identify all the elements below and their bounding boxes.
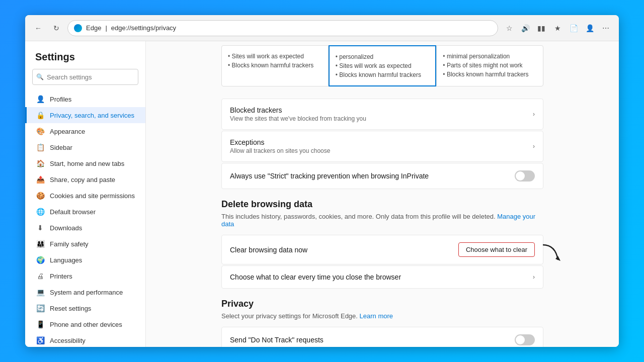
family-icon: 👨‍👩‍👧 — [36, 239, 45, 248]
exceptions-label: Exceptions — [230, 138, 330, 146]
browser-toolbar: ← ↻ Edge | edge://settings/privacy ☆ 🔊 ▮… — [25, 15, 619, 41]
sidebar-label-default-browser: Default browser — [50, 208, 96, 216]
profile-icon[interactable]: 👤 — [583, 21, 597, 35]
sidebar-label-profiles: Profiles — [50, 96, 71, 103]
strict-inprivate-row: Always use "Strict" tracking prevention … — [221, 163, 543, 189]
basic-bullet-2: Blocks known harmful trackers — [228, 61, 322, 70]
dnt-row: Send "Do Not Track" requests — [221, 327, 543, 347]
appearance-icon: 🎨 — [36, 127, 45, 136]
choose-what-to-clear-button[interactable]: Choose what to clear — [458, 242, 535, 257]
split-screen-icon[interactable]: ▮▮ — [534, 21, 548, 35]
search-input[interactable] — [32, 69, 138, 85]
sidebar-item-privacy[interactable]: 🔒 Privacy, search, and services — [25, 107, 145, 123]
basic-bullet-1: Sites will work as expected — [228, 52, 322, 61]
dnt-toggle[interactable] — [515, 334, 535, 345]
delete-browsing-desc: This includes history, passwords, cookie… — [221, 213, 543, 228]
phone-icon: 📱 — [36, 320, 45, 329]
sidebar-item-downloads[interactable]: ⬇ Downloads — [25, 220, 145, 236]
blocked-trackers-label: Blocked trackers — [230, 106, 366, 114]
learn-more-link[interactable]: Learn more — [360, 312, 393, 320]
accessibility-icon: ♿ — [36, 336, 45, 345]
reset-icon: 🔄 — [36, 304, 45, 313]
back-button[interactable]: ← — [31, 21, 45, 35]
profiles-icon: 👤 — [36, 95, 45, 104]
settings-sidebar: Settings 🔍 👤 Profiles 🔒 Privacy, search,… — [25, 41, 146, 347]
sidebar-item-share[interactable]: 📤 Share, copy and paste — [25, 171, 145, 188]
sidebar-label-downloads: Downloads — [50, 224, 82, 232]
clear-now-row: Clear browsing data now Choose what to c… — [221, 235, 543, 264]
tracking-cards: Sites will work as expected Blocks known… — [221, 41, 543, 86]
exceptions-row[interactable]: Exceptions Allow all trackers on sites y… — [221, 131, 543, 162]
exceptions-sub: Allow all trackers on sites you choose — [230, 147, 330, 154]
svg-marker-0 — [555, 256, 560, 261]
sidebar-label-start-home: Start, home and new tabs — [50, 160, 124, 167]
sidebar-item-languages[interactable]: 🌍 Languages — [25, 252, 145, 268]
privacy-icon: 🔒 — [36, 111, 45, 120]
sidebar-label-reset: Reset settings — [50, 305, 91, 312]
sidebar-item-start-home[interactable]: 🏠 Start, home and new tabs — [25, 155, 145, 171]
clear-now-label: Clear browsing data now — [230, 246, 307, 254]
search-box: 🔍 — [32, 69, 138, 85]
collections-icon[interactable]: 📄 — [567, 21, 581, 35]
browser-body: Settings 🔍 👤 Profiles 🔒 Privacy, search,… — [25, 41, 619, 347]
tracking-card-balanced[interactable]: personalized Sites will work as expected… — [329, 45, 437, 86]
strict-inprivate-label: Always use "Strict" tracking prevention … — [230, 172, 429, 180]
edge-logo-icon — [74, 24, 82, 32]
address-bar[interactable]: Edge | edge://settings/privacy — [67, 20, 498, 36]
sidebar-item-appearance[interactable]: 🎨 Appearance — [25, 123, 145, 139]
sidebar-label-system: System and performance — [50, 289, 123, 296]
edge-label: Edge — [86, 24, 101, 32]
sidebar-label-appearance: Appearance — [50, 128, 85, 135]
sidebar-item-profiles[interactable]: 👤 Profiles — [25, 91, 145, 107]
tracking-card-basic[interactable]: Sites will work as expected Blocks known… — [221, 45, 329, 86]
privacy-heading: Privacy — [221, 299, 543, 309]
sidebar-item-printers[interactable]: 🖨 Printers — [25, 268, 145, 284]
clear-row-wrapper: Clear browsing data now Choose what to c… — [221, 235, 543, 264]
sidebar-label-share: Share, copy and paste — [50, 176, 115, 184]
sidebar-item-system[interactable]: 💻 System and performance — [25, 284, 145, 300]
sidebar-item-sidebar[interactable]: 📋 Sidebar — [25, 139, 145, 155]
sidebar-label-accessibility: Accessibility — [50, 337, 86, 344]
sidebar-item-family[interactable]: 👨‍👩‍👧 Family safety — [25, 236, 145, 252]
blocked-trackers-row[interactable]: Blocked trackers View the sites that we'… — [221, 99, 543, 130]
balanced-bullet-3: Blocks known harmful trackers — [336, 70, 430, 79]
strict-inprivate-toggle[interactable] — [515, 170, 535, 182]
sidebar-label-languages: Languages — [50, 256, 82, 264]
privacy-desc: Select your privacy settings for Microso… — [221, 312, 543, 320]
strict-bullet-2: Parts of sites might not work — [443, 61, 537, 70]
balanced-bullet-1: personalized — [336, 52, 430, 61]
address-separator: | — [105, 24, 107, 32]
sidebar-label-family: Family safety — [50, 240, 89, 248]
sidebar-item-phone[interactable]: 📱 Phone and other devices — [25, 316, 145, 332]
sidebar-title: Settings — [25, 41, 145, 69]
strict-bullet-3: Blocks known harmful trackers — [443, 70, 537, 79]
share-icon: 📤 — [36, 175, 45, 184]
sidebar-label-phone: Phone and other devices — [50, 321, 122, 328]
refresh-button[interactable]: ↻ — [49, 21, 63, 35]
blocked-trackers-chevron-icon: › — [533, 111, 535, 118]
downloads-icon: ⬇ — [36, 223, 45, 232]
strict-bullet-1: minimal personalization — [443, 52, 537, 61]
sidebar-label-sidebar: Sidebar — [50, 144, 72, 151]
sidebar-label-cookies: Cookies and site permissions — [50, 192, 135, 200]
browser-window: ← ↻ Edge | edge://settings/privacy ☆ 🔊 ▮… — [25, 15, 619, 347]
more-menu-icon[interactable]: ⋯ — [599, 21, 613, 35]
sidebar-label-privacy: Privacy, search, and services — [50, 112, 134, 119]
clear-schedule-label: Choose what to clear every time you clos… — [230, 273, 401, 281]
sidebar-item-cookies[interactable]: 🍪 Cookies and site permissions — [25, 188, 145, 204]
favorites-icon[interactable]: ☆ — [502, 21, 516, 35]
clear-schedule-row[interactable]: Choose what to clear every time you clos… — [221, 265, 543, 289]
blocked-trackers-sub: View the sites that we've blocked from t… — [230, 115, 366, 122]
default-browser-icon: 🌐 — [36, 207, 45, 216]
sidebar-item-accessibility[interactable]: ♿ Accessibility — [25, 332, 145, 347]
arrow-annotation — [540, 240, 566, 265]
read-aloud-icon[interactable]: 🔊 — [518, 21, 532, 35]
dnt-label: Send "Do Not Track" requests — [230, 336, 324, 344]
printers-icon: 🖨 — [36, 272, 45, 281]
delete-browsing-heading: Delete browsing data — [221, 199, 543, 210]
sidebar-item-reset[interactable]: 🔄 Reset settings — [25, 300, 145, 316]
tracking-card-strict[interactable]: minimal personalization Parts of sites m… — [436, 45, 543, 86]
sidebar-item-default-browser[interactable]: 🌐 Default browser — [25, 204, 145, 220]
favorites-star-icon[interactable]: ★ — [550, 21, 565, 35]
start-home-icon: 🏠 — [36, 159, 45, 168]
